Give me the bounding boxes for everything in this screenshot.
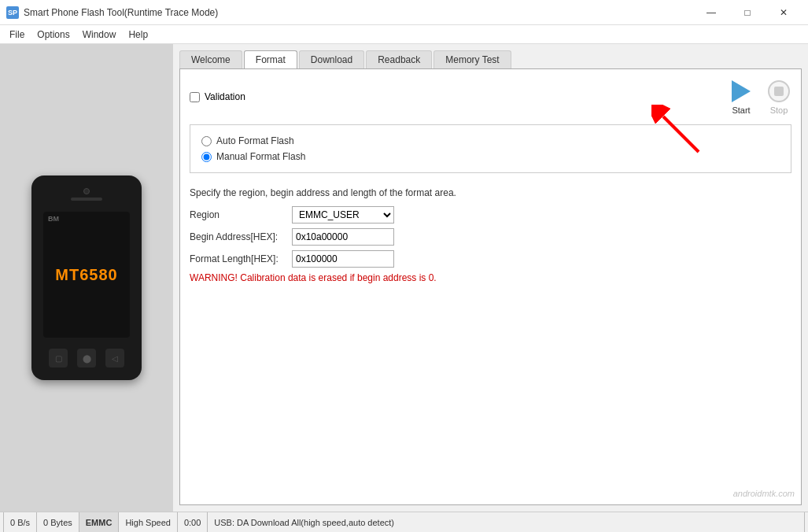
bytes-segment: 0 Bytes: [37, 512, 79, 532]
menu-window[interactable]: Window: [76, 28, 123, 42]
region-select[interactable]: EMMC_USER: [292, 206, 394, 224]
window-controls: — □ ✕: [693, 0, 802, 25]
minimize-button[interactable]: —: [693, 0, 729, 25]
validation-left: Validation: [190, 91, 245, 102]
begin-address-label: Begin Address[HEX]:: [190, 231, 292, 242]
phone-home-icon: ⬤: [83, 354, 91, 363]
tab-readback[interactable]: Readback: [366, 50, 432, 68]
format-length-row: Format Length[HEX]:: [190, 250, 791, 268]
format-options-box: Auto Format Flash Manual Format Flash: [190, 124, 791, 173]
menu-help[interactable]: Help: [122, 28, 154, 42]
phone-button-center: ⬤: [77, 349, 96, 368]
phone-bottom: ▢ ⬤ ◁: [49, 349, 124, 368]
watermark: androidmtk.com: [733, 489, 795, 498]
manual-format-row: Manual Format Flash: [201, 149, 780, 164]
begin-address-input[interactable]: [292, 228, 394, 246]
right-panel: Welcome Format Download Readback Memory …: [173, 44, 808, 512]
action-buttons: Start Stop: [729, 79, 791, 115]
warning-message: WARNING! Calibration data is erased if b…: [190, 272, 791, 283]
stop-square: [774, 87, 784, 96]
auto-format-radio[interactable]: [201, 136, 212, 146]
menu-file[interactable]: File: [3, 28, 31, 42]
window-title: Smart Phone Flash Tool(Runtime Trace Mod…: [24, 7, 693, 18]
begin-address-row: Begin Address[HEX]:: [190, 228, 791, 246]
usb-status: USB: DA Download All(high speed,auto det…: [214, 518, 394, 527]
close-button[interactable]: ✕: [766, 0, 802, 25]
phone-screen: BM MT6580: [43, 212, 130, 338]
time-value: 0:00: [184, 518, 201, 527]
tab-format[interactable]: Format: [244, 50, 297, 68]
phone-top: [38, 188, 135, 201]
time-segment: 0:00: [178, 512, 208, 532]
play-triangle: [732, 80, 751, 102]
stop-circle: [768, 80, 790, 102]
status-bar: 0 B/s 0 Bytes EMMC High Speed 0:00 USB: …: [0, 512, 808, 532]
stop-button[interactable]: Stop: [766, 79, 791, 115]
transfer-rate: 0 B/s: [10, 518, 30, 527]
bytes-value: 0 Bytes: [43, 518, 72, 527]
tab-memory-test[interactable]: Memory Test: [434, 50, 511, 68]
format-length-label: Format Length[HEX]:: [190, 253, 292, 264]
start-icon: [729, 79, 754, 104]
app-icon: SP: [6, 6, 19, 19]
left-panel: BM MT6580 ▢ ⬤ ◁: [0, 44, 173, 512]
tab-bar: Welcome Format Download Readback Memory …: [179, 50, 802, 68]
speed-value: High Speed: [125, 518, 171, 527]
storage-segment: EMMC: [79, 512, 120, 532]
main-content: BM MT6580 ▢ ⬤ ◁ Welcome: [0, 44, 808, 512]
phone-back-icon: ▢: [55, 354, 62, 363]
tab-content-format: Validation Start: [179, 68, 802, 505]
title-bar: SP Smart Phone Flash Tool(Runtime Trace …: [0, 0, 808, 25]
menu-bar: File Options Window Help: [0, 25, 808, 44]
stop-icon: [766, 79, 791, 104]
region-label: Region: [190, 209, 292, 220]
auto-format-row: Auto Format Flash: [201, 133, 780, 149]
stop-label: Stop: [770, 105, 788, 115]
validation-label[interactable]: Validation: [205, 91, 245, 102]
format-settings: Specify the region, begin address and le…: [190, 184, 791, 286]
maximize-button[interactable]: □: [729, 0, 766, 25]
start-label: Start: [732, 105, 750, 115]
manual-format-label[interactable]: Manual Format Flash: [216, 151, 305, 162]
menu-options[interactable]: Options: [31, 28, 76, 42]
start-button[interactable]: Start: [729, 79, 754, 115]
validation-checkbox[interactable]: [190, 92, 200, 102]
format-length-input[interactable]: [292, 250, 394, 268]
phone-graphic: BM MT6580 ▢ ⬤ ◁: [31, 175, 142, 380]
phone-menu-icon: ◁: [112, 354, 118, 363]
tab-welcome[interactable]: Welcome: [179, 50, 242, 68]
storage-type: EMMC: [86, 518, 113, 527]
auto-format-label[interactable]: Auto Format Flash: [216, 135, 294, 146]
phone-camera: [83, 188, 90, 194]
region-row: Region EMMC_USER: [190, 206, 791, 224]
tab-download[interactable]: Download: [299, 50, 364, 68]
validation-row: Validation Start: [190, 79, 791, 115]
phone-button-left: ▢: [49, 349, 68, 368]
phone-speaker: [71, 198, 102, 201]
phone-container: BM MT6580 ▢ ⬤ ◁: [31, 175, 142, 380]
speed-segment: High Speed: [119, 512, 178, 532]
manual-format-radio[interactable]: [201, 152, 212, 162]
format-description: Specify the region, begin address and le…: [190, 187, 791, 198]
phone-button-right: ◁: [105, 349, 124, 368]
usb-status-segment: USB: DA Download All(high speed,auto det…: [208, 512, 805, 532]
phone-model: MT6580: [55, 266, 117, 284]
phone-bm-label: BM: [48, 215, 59, 223]
transfer-rate-segment: 0 B/s: [3, 512, 37, 532]
